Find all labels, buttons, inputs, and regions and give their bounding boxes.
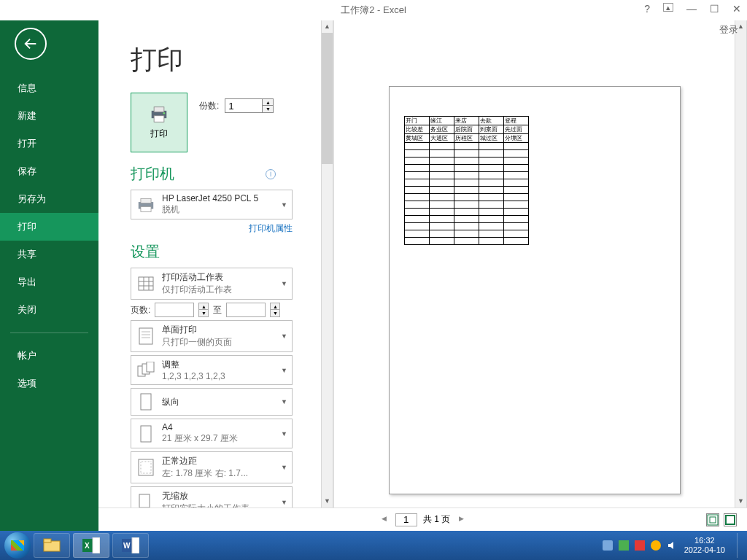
arrow-left-icon [23, 36, 39, 52]
printer-status: 脱机 [162, 203, 275, 216]
tray-shield-icon[interactable] [635, 540, 645, 551]
svg-rect-12 [139, 328, 152, 344]
preview-footer: ◀ 共 1 页 ▶ [98, 508, 747, 531]
pages-to-label: 至 [213, 304, 222, 316]
collate-dropdown[interactable]: 调整1,2,3 1,2,3 1,2,3 ▼ [131, 355, 293, 385]
start-button[interactable] [4, 532, 31, 559]
task-excel[interactable]: X [73, 533, 109, 558]
copies-label: 份数: [199, 100, 219, 112]
task-word[interactable]: W [112, 533, 149, 558]
svg-rect-36 [132, 537, 139, 553]
options-scrollbar[interactable]: ▲ ▼ [321, 20, 333, 508]
tray-flag-icon[interactable] [619, 540, 629, 551]
next-page-button[interactable]: ▶ [456, 515, 466, 525]
duplex-dropdown[interactable]: 单面打印只打印一侧的页面 ▼ [131, 320, 293, 352]
tray-network-icon[interactable] [651, 540, 661, 551]
copies-input[interactable] [225, 98, 263, 113]
back-button[interactable] [15, 28, 47, 60]
chevron-down-icon: ▼ [281, 332, 287, 340]
settings-section-title: 设置 [131, 242, 306, 262]
login-link[interactable]: 登录 [719, 23, 738, 36]
chevron-down-icon: ▼ [281, 201, 287, 209]
svg-rect-2 [154, 115, 164, 122]
nav-account[interactable]: 帐户 [0, 342, 98, 370]
print-button[interactable]: 打印 [131, 93, 187, 152]
svg-rect-28 [727, 516, 734, 524]
titlebar: 工作簿2 - Excel ? ▴ — ☐ ✕ [0, 0, 747, 20]
show-desktop[interactable] [737, 533, 743, 558]
svg-rect-30 [44, 539, 51, 542]
paper-icon [136, 424, 156, 444]
nav-save[interactable]: 保存 [0, 158, 98, 185]
print-button-label: 打印 [150, 128, 168, 140]
copies-spinner[interactable]: ▲▼ [225, 98, 274, 113]
task-explorer[interactable] [34, 533, 70, 558]
copies-up[interactable]: ▲ [263, 99, 273, 106]
nav-share[interactable]: 共享 [0, 241, 98, 268]
tray-ime-icon[interactable] [603, 540, 613, 551]
nav-options[interactable]: 选项 [0, 370, 98, 397]
svg-text:X: X [85, 542, 90, 550]
chevron-down-icon: ▼ [281, 367, 287, 374]
svg-rect-6 [141, 206, 151, 211]
nav-saveas[interactable]: 另存为 [0, 185, 98, 213]
prev-page-button[interactable]: ◀ [379, 515, 390, 525]
show-margins-icon[interactable] [706, 513, 719, 526]
portrait-icon [136, 392, 156, 412]
close-icon[interactable]: ✕ [732, 3, 741, 15]
svg-rect-18 [147, 362, 154, 372]
nav-info[interactable]: 信息 [0, 74, 98, 102]
preview-scrollbar[interactable]: ▲ ▼ [735, 20, 747, 508]
sidebar: 信息 新建 打开 保存 另存为 打印 共享 导出 关闭 帐户 选项 [0, 20, 98, 531]
svg-rect-1 [154, 106, 164, 112]
print-preview: 开门缘江来店去款登程比较差务业区后院面到案面先过面黄城区大通区历程区城过区分境区 [333, 20, 735, 508]
svg-rect-7 [139, 277, 153, 290]
nav-print[interactable]: 打印 [0, 213, 98, 241]
preview-table: 开门缘江来店去款登程比较差务业区后院面到案面先过面黄城区大通区历程区城过区分境区 [404, 116, 529, 245]
chevron-down-icon: ▼ [281, 398, 287, 405]
nav-export[interactable]: 导出 [0, 268, 98, 296]
scaling-icon: 100 [136, 492, 156, 508]
nav-close[interactable]: 关闭 [0, 296, 98, 324]
scaling-dropdown[interactable]: 100 无缩放打印实际大小的工作表 ▼ [131, 486, 293, 508]
copies-down[interactable]: ▼ [263, 106, 273, 112]
info-icon[interactable]: i [266, 169, 276, 179]
pages-label: 页数: [131, 304, 150, 316]
taskbar: X W 16:32 2022-04-10 [0, 531, 747, 560]
nav-new[interactable]: 新建 [0, 102, 98, 130]
nav-open[interactable]: 打开 [0, 130, 98, 158]
pages-to-spin[interactable]: ▲▼ [270, 303, 280, 317]
chevron-down-icon: ▼ [281, 280, 287, 287]
tray-clock[interactable]: 16:32 2022-04-10 [684, 536, 725, 555]
svg-rect-23 [139, 494, 150, 508]
printer-icon [148, 106, 170, 123]
pages-from-input[interactable] [155, 303, 194, 317]
zoom-to-page-icon[interactable] [724, 513, 737, 526]
margins-dropdown[interactable]: 正常边距左: 1.78 厘米 右: 1.7... ▼ [131, 451, 293, 483]
svg-rect-26 [710, 517, 716, 523]
printer-properties-link[interactable]: 打印机属性 [131, 222, 293, 235]
page-number-input[interactable] [395, 513, 417, 526]
main: 打印 打印 份数: ▲▼ [98, 20, 747, 531]
paper-dropdown[interactable]: A421 厘米 x 29.7 厘米 ▼ [131, 419, 293, 448]
svg-text:W: W [123, 542, 131, 550]
tray-volume-icon[interactable] [667, 540, 677, 551]
page-total-label: 共 1 页 [423, 513, 450, 526]
svg-point-3 [163, 112, 166, 114]
printer-dropdown[interactable]: HP LaserJet 4250 PCL 5 脱机 ▼ [131, 190, 293, 219]
printer-section-title: 打印机 i [131, 164, 306, 184]
maximize-icon[interactable]: ☐ [710, 3, 719, 15]
help-icon[interactable]: ? [644, 3, 650, 15]
print-options: 打印 打印 份数: ▲▼ [98, 20, 321, 508]
ribbon-options-icon[interactable]: ▴ [663, 3, 673, 12]
svg-rect-33 [93, 537, 100, 553]
page-title: 打印 [131, 42, 306, 78]
orientation-dropdown[interactable]: 纵向 ▼ [131, 388, 293, 416]
print-scope-dropdown[interactable]: 打印活动工作表仅打印活动工作表 ▼ [131, 268, 293, 300]
page-single-icon [136, 326, 156, 346]
printer-device-icon [136, 195, 156, 215]
minimize-icon[interactable]: — [686, 3, 697, 15]
pages-to-input[interactable] [226, 303, 266, 317]
chevron-down-icon: ▼ [281, 499, 287, 506]
pages-from-spin[interactable]: ▲▼ [198, 303, 209, 317]
